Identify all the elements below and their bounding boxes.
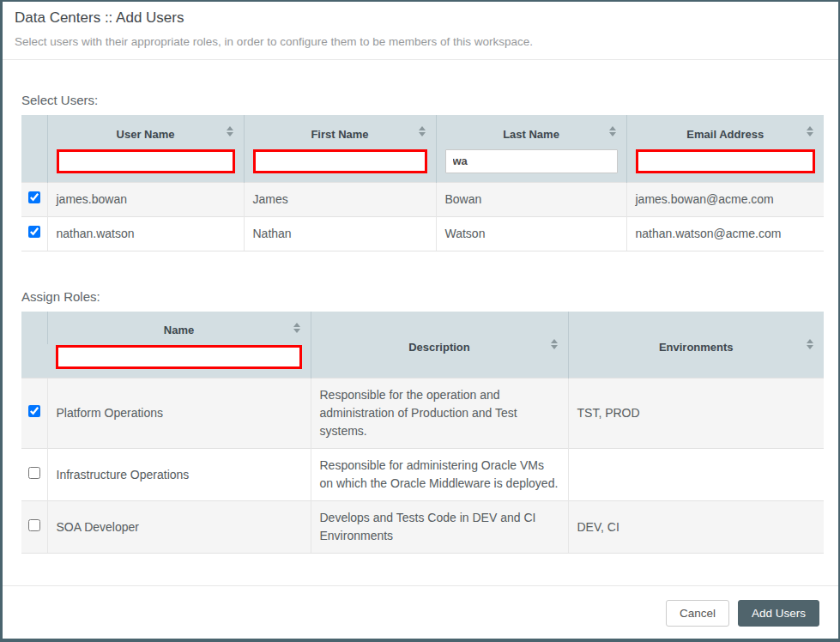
first-name-filter-input[interactable] (253, 149, 427, 173)
role-environments-cell: DEV, CI (568, 501, 824, 554)
add-users-button[interactable]: Add Users (738, 600, 819, 627)
role-description-cell: Develops and Tests Code in DEV and CI En… (311, 501, 568, 554)
role-name-cell: Infrastructure Operations (47, 449, 311, 501)
users-col-header-first-name[interactable]: First Name (244, 115, 436, 148)
sort-icon[interactable] (807, 126, 813, 136)
user-row-checkbox-cell (21, 182, 47, 216)
add-users-dialog: Data Centers :: Add Users Select users w… (0, 0, 840, 642)
roles-col-header-environments-label: Environments (659, 341, 734, 354)
roles-col-header-environments[interactable]: Environments (568, 312, 824, 379)
users-filter-cell-first-name (244, 148, 436, 182)
role-row-checkbox-cell (21, 449, 47, 501)
email-filter-input[interactable] (636, 149, 816, 173)
role-name-cell: Platform Operations (47, 379, 311, 449)
role-row-checkbox-cell (21, 501, 47, 554)
first-name-cell: James (244, 182, 436, 216)
user-name-cell: nathan.watson (47, 216, 244, 251)
role-row-checkbox[interactable] (28, 467, 40, 479)
cancel-button[interactable]: Cancel (666, 600, 729, 627)
table-row: james.bowan James Bowan james.bowan@acme… (21, 182, 824, 216)
last-name-cell: Watson (436, 216, 626, 251)
users-filter-cell-last-name (436, 148, 626, 182)
users-filter-cell-user-name (47, 148, 244, 182)
roles-checkbox-column-header (21, 312, 47, 379)
user-row-checkbox-cell (21, 216, 47, 251)
dialog-subtitle: Select users with their appropriate role… (15, 35, 826, 48)
users-col-header-last-name-label: Last Name (503, 128, 559, 141)
role-name-filter-input[interactable] (56, 345, 302, 369)
users-filter-row-spacer (21, 148, 47, 182)
table-row: Platform Operations Responsible for the … (21, 379, 824, 449)
role-row-checkbox[interactable] (28, 519, 40, 531)
table-row: SOA Developer Develops and Tests Code in… (21, 501, 824, 554)
users-filter-cell-email (626, 148, 824, 182)
sort-icon[interactable] (419, 126, 426, 136)
dialog-content: Select Users: User Name First Name (3, 60, 838, 585)
last-name-cell: Bowan (436, 182, 626, 216)
dialog-header: Data Centers :: Add Users Select users w… (3, 2, 838, 60)
select-users-label: Select Users: (21, 93, 819, 107)
user-name-cell: james.bowan (47, 182, 244, 216)
user-name-filter-input[interactable] (57, 149, 235, 173)
roles-col-header-name[interactable]: Name (47, 312, 311, 344)
email-cell: james.bowan@acme.com (626, 182, 824, 216)
dialog-footer: Cancel Add Users (3, 585, 838, 639)
first-name-cell: Nathan (244, 216, 436, 251)
table-row: nathan.watson Nathan Watson nathan.watso… (21, 216, 824, 251)
role-description-cell: Responsible for the operation and admini… (311, 379, 568, 449)
role-environments-cell: TST, PROD (568, 379, 824, 449)
role-row-checkbox[interactable] (28, 405, 40, 417)
assign-roles-label: Assign Roles: (21, 289, 819, 304)
role-row-checkbox-cell (21, 379, 47, 449)
role-name-cell: SOA Developer (47, 501, 311, 554)
email-cell: nathan.watson@acme.com (626, 216, 824, 251)
sort-icon[interactable] (807, 339, 813, 349)
roles-filter-cell-name (47, 344, 311, 379)
last-name-filter-input[interactable] (445, 149, 618, 173)
users-col-header-first-name-label: First Name (311, 128, 368, 141)
role-environments-cell (568, 449, 824, 501)
users-table: User Name First Name Last Name Email Add… (21, 115, 824, 251)
page-title: Data Centers :: Add Users (15, 9, 826, 27)
users-col-header-email[interactable]: Email Address (626, 115, 824, 148)
sort-icon[interactable] (551, 339, 558, 349)
roles-col-header-description[interactable]: Description (311, 312, 568, 379)
table-row: Infrastructure Operations Responsible fo… (21, 449, 824, 501)
role-description-cell: Responsible for administering Oracle VMs… (311, 449, 568, 501)
user-row-checkbox[interactable] (28, 226, 40, 238)
roles-table: Name Description Environments (21, 312, 824, 554)
users-col-header-last-name[interactable]: Last Name (436, 115, 626, 148)
roles-col-header-description-label: Description (408, 341, 470, 354)
user-row-checkbox[interactable] (28, 191, 40, 203)
sort-icon[interactable] (609, 126, 616, 136)
users-col-header-user-name[interactable]: User Name (47, 115, 244, 148)
users-checkbox-column-header (21, 115, 47, 148)
users-col-header-user-name-label: User Name (117, 128, 175, 141)
sort-icon[interactable] (227, 126, 233, 136)
sort-icon[interactable] (293, 323, 300, 333)
roles-col-header-name-label: Name (164, 324, 194, 336)
users-col-header-email-label: Email Address (686, 128, 764, 141)
